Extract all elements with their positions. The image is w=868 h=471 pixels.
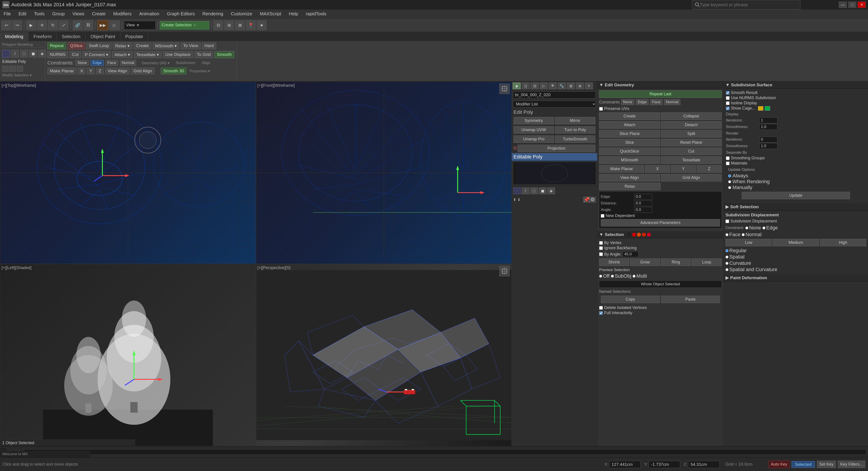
split-btn[interactable]: Split — [661, 130, 722, 137]
render-iterations-input[interactable] — [759, 137, 777, 142]
smooth-result-checkbox[interactable] — [726, 91, 730, 95]
update-btn[interactable]: Update — [742, 192, 850, 199]
poly-sub-icon-1[interactable] — [2, 66, 8, 72]
ribbon-to-grid-btn[interactable]: To Grid — [194, 51, 213, 58]
cage-color-green[interactable] — [765, 106, 770, 111]
view-align-btn[interactable]: View Align — [599, 174, 660, 181]
polygon-mode-btn[interactable]: ◼ — [29, 50, 37, 58]
toolbar-mirror[interactable]: ⊟ — [213, 20, 223, 30]
toolbar-unlink[interactable]: ⛓ — [84, 20, 93, 30]
use-nurms-checkbox[interactable] — [726, 96, 730, 100]
toolbar-array[interactable]: ⊞ — [224, 20, 234, 30]
toolbar-named-sel[interactable]: ★ — [257, 20, 267, 30]
paint-deformation-toggle[interactable]: ▶ Paint Deformation — [724, 274, 868, 281]
subdiv-type-curvature[interactable] — [725, 262, 728, 265]
panel-icon-extra2[interactable]: ⊕ — [576, 82, 584, 89]
relax-btn[interactable]: Relax — [599, 183, 660, 190]
panel-icon-hierarchy[interactable]: ⊟ — [531, 82, 539, 89]
medium-btn[interactable]: Medium — [773, 239, 819, 246]
constraint-none-btn[interactable]: None — [75, 60, 89, 66]
update-rendering-radio[interactable] — [728, 180, 731, 183]
repeat-last-btn[interactable]: Repeat Last — [599, 90, 722, 98]
coord-z[interactable]: 54.31cm — [688, 461, 720, 468]
menu-file[interactable]: File — [2, 10, 12, 18]
subdiv-displace-checkbox[interactable] — [725, 220, 729, 223]
smoothing-groups-checkbox[interactable] — [726, 157, 730, 160]
menu-views[interactable]: Views — [70, 10, 86, 18]
ribbon-use-displace-btn[interactable]: Use Displace — [163, 51, 193, 58]
ribbon-to-view-btn[interactable]: To View — [181, 42, 200, 49]
ribbon-grid-align-btn[interactable]: Grid Align — [131, 68, 154, 74]
z-btn[interactable]: Z — [696, 165, 722, 173]
ribbon-smooth-btn[interactable]: Smooth — [214, 51, 234, 58]
maximize-button[interactable]: □ — [848, 2, 856, 8]
preview-off-radio[interactable]: Off — [599, 273, 610, 279]
menu-help[interactable]: Help — [287, 10, 300, 18]
distance-value-input[interactable] — [634, 200, 652, 206]
soft-selection-toggle[interactable]: ▶ Soft Selection — [724, 203, 868, 210]
toolbar-move[interactable]: ✛ — [37, 20, 47, 30]
panel-icon-extra3[interactable]: ≡ — [585, 82, 593, 89]
loop-btn[interactable]: Loop — [692, 259, 722, 266]
angle-value-input[interactable] — [634, 207, 652, 213]
ring-btn[interactable]: Ring — [661, 259, 691, 266]
tab-populate[interactable]: Populate — [120, 32, 148, 41]
ribbon-view-align-btn[interactable]: View Align — [105, 68, 130, 74]
poly-sub-icon-2[interactable] — [9, 66, 16, 72]
y-btn[interactable]: Y — [671, 165, 696, 173]
ribbon-repeat-btn[interactable]: Repeat — [48, 42, 66, 49]
ribbon-attach-btn[interactable]: Attach ▾ — [112, 51, 133, 58]
constraint-none-btn-2[interactable]: None — [621, 99, 634, 105]
subdiv-type-spatial[interactable] — [725, 256, 728, 259]
ribbon-smooth30-btn[interactable]: Smooth 30 — [161, 68, 186, 74]
selection-toggle[interactable]: ▼ Selection — [597, 231, 723, 238]
ct-edge-radio[interactable] — [763, 227, 765, 229]
tab-freeform[interactable]: Freeform — [28, 32, 57, 41]
toolbar-scale[interactable]: ⤢ — [59, 20, 68, 30]
viewport-bottom-left[interactable]: [+][Left][Shaded] — [0, 264, 256, 446]
slice-plane-btn[interactable]: Slice Plane — [599, 130, 660, 137]
msmooth-btn[interactable]: MSmooth — [599, 157, 660, 164]
ct-none-radio[interactable] — [745, 227, 748, 229]
subobj-polygon-icon[interactable]: ◼ — [539, 188, 547, 194]
panel-icon-motion[interactable]: ▷ — [540, 82, 548, 89]
ct-normal-radio[interactable] — [742, 233, 745, 236]
subdivision-surface-toggle[interactable]: ▼ Subdivision Surface — [724, 81, 868, 89]
vertex-mode-btn[interactable]: · — [2, 50, 10, 58]
panel-icon-display[interactable]: 👁 — [549, 82, 557, 89]
viewport-bottom-right[interactable]: [+][Perspective][S] — [256, 264, 512, 446]
by-angle-value[interactable] — [623, 251, 639, 257]
by-vertex-checkbox[interactable] — [599, 241, 603, 245]
toolbar-snap[interactable]: 📍 — [246, 20, 256, 30]
ribbon-tessellate-btn[interactable]: Tessellate ▾ — [134, 51, 161, 58]
full-interactivity-checkbox[interactable] — [599, 311, 603, 315]
create-btn[interactable]: Create — [599, 112, 660, 120]
element-mode-btn[interactable]: ◈ — [38, 50, 46, 58]
ribbon-swift-loop-btn[interactable]: Swift Loop — [86, 42, 112, 49]
isoline-display-checkbox[interactable] — [726, 101, 730, 105]
search-input[interactable] — [700, 2, 798, 7]
coord-x[interactable]: 127.441cm — [609, 461, 641, 468]
menu-create[interactable]: Create — [90, 10, 107, 18]
modifier-projection-btn[interactable]: Projection — [518, 145, 595, 152]
panel-icon-modifier[interactable]: ⟨⟩ — [522, 82, 530, 89]
modifier-list-dropdown[interactable]: Modifier List — [513, 101, 596, 107]
attach-btn[interactable]: Attach — [599, 121, 660, 129]
modifier-unwrapuvw-btn[interactable]: Unwrap UVW — [514, 126, 554, 134]
ribbon-cut-btn[interactable]: Cut — [69, 51, 81, 58]
constraint-edge-btn-2[interactable]: Edge — [636, 99, 649, 105]
ribbon-qslice-btn[interactable]: QSlice — [67, 42, 85, 49]
preview-multi-radio[interactable]: Multi — [632, 273, 647, 279]
auto-key-btn[interactable]: Auto Key — [768, 461, 790, 468]
slice-btn[interactable]: Slice — [599, 139, 660, 146]
grid-align-btn[interactable]: Grid Align — [661, 174, 722, 181]
tessellate-btn[interactable]: Tessellate — [661, 157, 722, 164]
close-button[interactable]: ✕ — [858, 2, 866, 8]
subobj-element-icon[interactable]: ◈ — [547, 188, 555, 194]
by-angle-checkbox[interactable] — [599, 253, 603, 256]
update-always-radio[interactable] — [728, 174, 731, 177]
toolbar-undo[interactable]: ↩ — [1, 20, 11, 30]
cage-color-yellow[interactable] — [758, 106, 763, 111]
constraint-normal-btn-2[interactable]: Normal — [664, 99, 680, 105]
preview-off-radio-input[interactable] — [599, 275, 602, 278]
